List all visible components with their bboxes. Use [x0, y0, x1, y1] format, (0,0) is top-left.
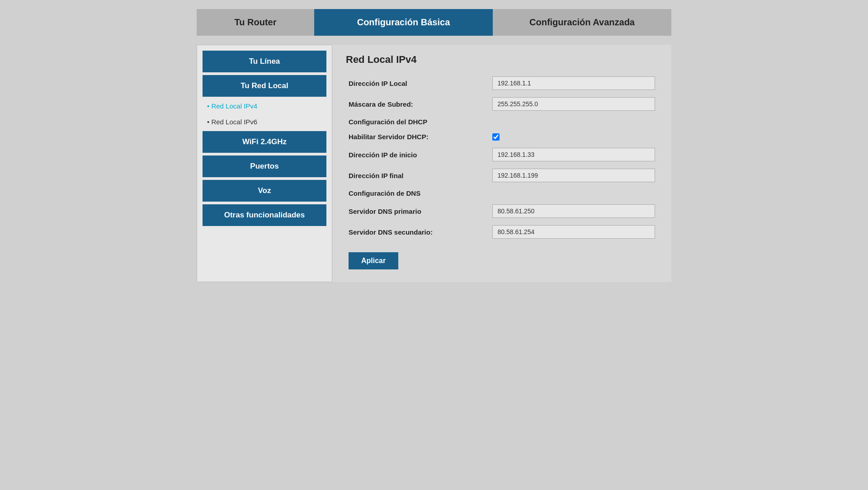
top-nav: Tu Router Configuración Básica Configura… [197, 9, 671, 36]
row-mascara: Máscara de Subred: [346, 94, 658, 114]
sidebar-btn-voz[interactable]: Voz [203, 180, 326, 202]
row-ip-final: Dirección IP final [346, 165, 658, 186]
input-ip-inicio[interactable] [492, 148, 655, 161]
row-dns-header: Configuración de DNS [346, 186, 658, 201]
sidebar-btn-puertos[interactable]: Puertos [203, 155, 326, 177]
row-dns-primario: Servidor DNS primario [346, 201, 658, 221]
row-ip-inicio: Dirección IP de inicio [346, 144, 658, 165]
sidebar-subitem-ipv6[interactable]: • Red Local IPv6 [203, 115, 326, 128]
row-dhcp-header: Configuración del DHCP [346, 114, 658, 129]
input-dns-primario[interactable] [492, 204, 655, 218]
tab-advanced[interactable]: Configuración Avanzada [493, 9, 671, 36]
label-dns-secundario: Servidor DNS secundario: [346, 221, 490, 242]
sidebar: Tu Línea Tu Red Local • Red Local IPv4 •… [197, 45, 332, 282]
label-mascara: Máscara de Subred: [346, 94, 490, 114]
input-mascara[interactable] [492, 97, 655, 111]
row-ip-local: Dirección IP Local [346, 73, 658, 94]
right-panel: Red Local IPv4 Dirección IP Local Máscar… [332, 45, 671, 282]
label-dns-primario: Servidor DNS primario [346, 201, 490, 221]
main-content: Tu Línea Tu Red Local • Red Local IPv4 •… [197, 45, 671, 282]
section-title: Red Local IPv4 [346, 54, 658, 66]
label-dns-section: Configuración de DNS [346, 186, 658, 201]
checkbox-dhcp[interactable] [492, 133, 500, 141]
apply-button[interactable]: Aplicar [349, 252, 398, 269]
sidebar-subitem-ipv4[interactable]: • Red Local IPv4 [203, 99, 326, 113]
row-dns-secundario: Servidor DNS secundario: [346, 221, 658, 242]
input-dns-secundario[interactable] [492, 225, 655, 239]
label-habilitar-dhcp: Habilitar Servidor DHCP: [346, 129, 490, 144]
form-table: Dirección IP Local Máscara de Subred: [346, 73, 658, 273]
sidebar-btn-otras[interactable]: Otras funcionalidades [203, 204, 326, 226]
label-ip-local: Dirección IP Local [346, 73, 490, 94]
label-ip-inicio: Dirección IP de inicio [346, 144, 490, 165]
input-ip-local[interactable] [492, 76, 655, 90]
label-dhcp-section: Configuración del DHCP [346, 114, 658, 129]
sidebar-btn-wifi[interactable]: WiFi 2.4GHz [203, 131, 326, 153]
sidebar-btn-linea[interactable]: Tu Línea [203, 51, 326, 72]
row-apply: Aplicar [346, 242, 658, 273]
page-wrapper: Tu Router Configuración Básica Configura… [197, 9, 671, 282]
input-ip-final[interactable] [492, 169, 655, 182]
label-ip-final: Dirección IP final [346, 165, 490, 186]
tab-basic[interactable]: Configuración Básica [314, 9, 493, 36]
sidebar-btn-red-local[interactable]: Tu Red Local [203, 75, 326, 97]
row-habilitar-dhcp: Habilitar Servidor DHCP: [346, 129, 658, 144]
tab-router[interactable]: Tu Router [197, 9, 314, 36]
